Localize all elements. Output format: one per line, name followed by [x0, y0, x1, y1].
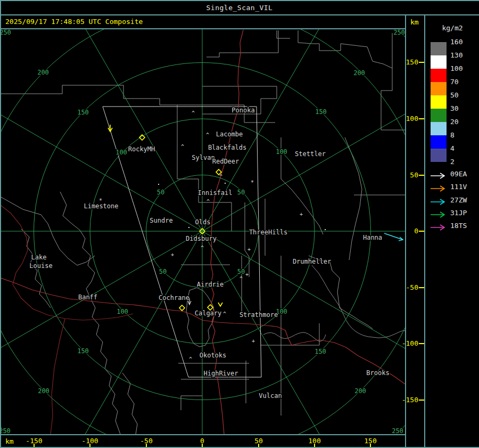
town-caret-marker: ^: [240, 276, 243, 282]
ring-label: 150: [315, 108, 327, 116]
dot-marker: [225, 183, 226, 184]
town-caret-marker: ^: [181, 144, 184, 150]
storm-track-id: 09EA: [450, 170, 467, 178]
bottom-axis-tick-label: 150: [359, 437, 382, 445]
right-axis-tick: [419, 400, 424, 401]
city-label: Airdrie: [197, 281, 224, 288]
legend-swatch: [431, 95, 447, 109]
ring-label: 250: [392, 427, 403, 434]
legend-swatch: [431, 122, 447, 135]
city-label: HighRiver: [203, 370, 238, 377]
right-axis-tick: [419, 175, 424, 176]
ring-label: 100: [115, 149, 127, 156]
city-label: Louise: [29, 262, 52, 270]
ring-label: 100: [117, 308, 128, 315]
city-label: Banff: [78, 294, 97, 301]
legend-scale-value: 2: [450, 158, 455, 166]
storm-arrow-head: [440, 186, 444, 191]
asterisk-marker: *: [99, 198, 102, 203]
legend-swatch: [431, 135, 447, 149]
legend-swatch: [431, 109, 447, 122]
legend-swatch: [431, 69, 447, 82]
city-label: Blackfalds: [208, 144, 246, 151]
right-axis-tick: [419, 62, 424, 63]
plus-marker: +: [252, 338, 255, 344]
right-axis-unit: km: [410, 18, 419, 26]
ring-label: 50: [159, 268, 167, 275]
radar-application-window: { "title_bar": { "title": "Single_Scan_V…: [0, 0, 479, 448]
town-caret-marker: ^: [201, 245, 204, 251]
city-label: Ponoka: [232, 107, 254, 114]
bottom-axis-unit: km: [5, 437, 14, 445]
ring-label: 200: [354, 387, 366, 395]
storm-track-id: 27ZW: [450, 196, 467, 204]
city-labels: PonokaLacombeBlackfaldsSylvanRedDeerStet…: [29, 107, 389, 400]
storm-track-line-cyan: [384, 233, 403, 240]
bottom-axis-tick-label: 100: [303, 437, 326, 445]
ring-label: 250: [1, 29, 11, 36]
plus-marker: +: [245, 272, 249, 278]
town-caret-marker: ^: [192, 110, 195, 116]
map-right-border: [405, 15, 406, 448]
city-label: ThreeHills: [249, 229, 287, 236]
plus-marker: +: [171, 252, 174, 258]
titlebar-divider: [0, 14, 479, 15]
city-label: Drumheller: [293, 258, 331, 265]
storm-track-arrow-icon: [430, 197, 448, 203]
dot-marker: [325, 229, 326, 230]
town-caret-marker: ^: [207, 199, 210, 205]
legend-swatch: [431, 82, 447, 95]
ring-label: 250: [393, 29, 405, 36]
ring-label: 250: [1, 427, 11, 434]
ring-label: 150: [77, 109, 89, 116]
ring-label: 200: [38, 387, 49, 395]
city-label: Okotoks: [200, 352, 227, 359]
ring-label: 100: [276, 148, 287, 156]
city-label: RockyMH: [128, 145, 155, 153]
plus-marker: +: [247, 247, 251, 252]
city-label: Lake: [31, 254, 47, 261]
city-label: Olds: [195, 218, 211, 226]
city-label: Innisfail: [197, 189, 232, 197]
city-label: Limestone: [84, 202, 118, 210]
ring-label: 50: [237, 189, 245, 196]
azimuth-spoke: [202, 231, 362, 434]
right-axis-tick: [419, 343, 424, 344]
bottom-axis-tick-label: -150: [22, 437, 46, 445]
legend-swatch: [431, 55, 447, 69]
city-label: Calgary: [195, 309, 222, 317]
legend-scale-value: 160: [450, 38, 463, 46]
legend-swatch: [431, 149, 447, 162]
legend-swatch: [431, 42, 447, 55]
ring-label: 50: [237, 268, 245, 275]
city-label: Stettler: [295, 150, 326, 158]
town-caret-marker: ^: [206, 132, 209, 138]
azimuth-spoke: [202, 231, 405, 391]
legend-scale-value: 70: [450, 78, 459, 86]
dot-marker: [158, 184, 159, 185]
legend-scale-value: 4: [450, 144, 455, 152]
storm-track-arrow-icon: [430, 184, 448, 190]
radar-site-diamond-icon: [179, 305, 185, 311]
legend-scale-value: 8: [450, 131, 455, 139]
city-label: Sundre: [150, 217, 172, 224]
storm-track-id: 18TS: [450, 222, 467, 230]
storm-arrow-head: [440, 199, 444, 205]
ring-label: 200: [37, 69, 49, 76]
azimuth-spoke: [43, 231, 202, 434]
window-title: Single_Scan_VIL: [0, 1, 479, 14]
legend-scale-value: 30: [450, 104, 459, 112]
right-axis-tick: [419, 231, 424, 232]
town-caret-marker: ^: [219, 174, 222, 180]
ring-label: 150: [315, 348, 326, 355]
storm-track-arrow-icon: [430, 223, 448, 229]
ring-label: 200: [353, 69, 365, 77]
right-axis-tick: [419, 287, 424, 288]
plus-marker: +: [300, 211, 303, 217]
legend-divider: [424, 15, 425, 448]
city-label: Hanna: [363, 234, 382, 241]
ring-label: 50: [157, 189, 164, 196]
storm-track-arrow-icon: [430, 210, 448, 216]
legend-scale-value: 20: [450, 118, 459, 126]
radar-map-canvas[interactable]: 5050505010010010010015015015015020020020…: [1, 29, 405, 434]
